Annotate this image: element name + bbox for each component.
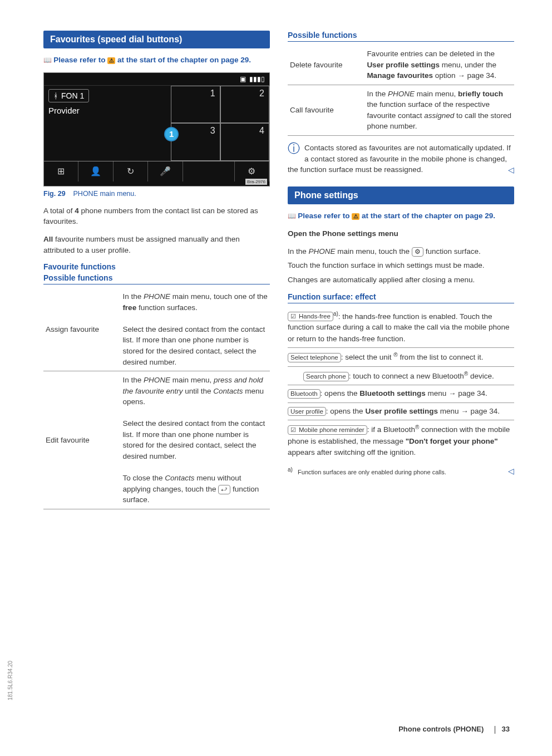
handsfree-button[interactable]: Hands-free xyxy=(288,312,333,321)
speed-dial-grid: 1 2 3 4 xyxy=(171,86,269,161)
callout-1: 1 xyxy=(164,127,179,141)
refer-prefix: Please refer to xyxy=(298,212,352,220)
figure-phone-menu: ▣ ▮▮▮▯ ᚼ FON 1 Provider 1 1 2 3 4 xyxy=(43,72,270,186)
surface-row-handsfree: Hands-freea): the hands-free function is… xyxy=(288,307,514,348)
info-text: Contacts stored as favourites are not au… xyxy=(288,144,511,174)
fig-num: Fig. 29 xyxy=(43,190,66,198)
refer-suffix: at the start of the chapter on page 29. xyxy=(117,56,251,64)
left-column: Favourites (speed dial buttons) Please r… xyxy=(43,31,270,509)
right-column: Possible functions Delete favourite Favo… xyxy=(288,31,514,509)
end-mark-icon: ◁ xyxy=(508,467,514,475)
surface-text: : opens the Bluetooth settings menu → pa… xyxy=(321,389,487,397)
book-icon xyxy=(43,56,53,64)
speed-dial-4[interactable]: 4 xyxy=(220,123,269,161)
speed-dial-1[interactable]: 1 xyxy=(171,86,220,124)
table-row: Delete favourite Favourite entries can b… xyxy=(288,45,514,85)
page-number: 33 xyxy=(502,725,510,733)
end-mark-icon: ◁ xyxy=(508,164,514,175)
signal-icon: ▮▮▮▯ xyxy=(249,75,265,83)
figure-caption: Fig. 29 PHONE main menu. xyxy=(43,190,270,198)
user-profile-button[interactable]: User profile xyxy=(288,407,326,416)
surface-row-userprofile: User profile: opens the User profile set… xyxy=(288,403,514,420)
surface-text: : touch to connect a new Bluetooth® devi… xyxy=(349,372,494,380)
surface-text: : opens the User profile settings menu →… xyxy=(326,407,500,415)
footnote-text: Function surfaces are only enabled durin… xyxy=(298,469,446,475)
contacts-icon[interactable]: 👤 xyxy=(78,161,113,181)
page-footer: Phone controls (PHONE) 33 xyxy=(398,725,514,734)
open-step: Touch the function surface in which sett… xyxy=(288,260,514,271)
possible-functions-head-left: Possible functions xyxy=(43,273,270,284)
open-step: Changes are automatically applied after … xyxy=(288,274,514,286)
refer-suffix: at the start of the chapter on page 29. xyxy=(362,212,495,220)
calls-icon[interactable]: ↻ xyxy=(114,161,148,181)
function-surface-head: Function surface: effect xyxy=(288,292,514,303)
speed-dial-2[interactable]: 2 xyxy=(220,86,269,124)
para-total: A total of 4 phone numbers from the cont… xyxy=(43,205,270,227)
refer-prefix: Please refer to xyxy=(53,56,107,64)
row-label: Delete favourite xyxy=(288,45,364,85)
footnote: a) Function surfaces are only enabled du… xyxy=(288,467,514,475)
row-text: In the PHONE main menu, briefly touch th… xyxy=(364,85,514,135)
fig-text: PHONE main menu. xyxy=(73,190,136,198)
footnote-mark: a) xyxy=(333,311,338,317)
status-bar: ▣ ▮▮▮▯ xyxy=(44,73,269,86)
para-all: All favourite numbers must be assigned m… xyxy=(43,234,270,256)
bluetooth-button[interactable]: Bluetooth xyxy=(288,389,321,399)
favourite-functions-head: Favourite functions xyxy=(43,262,270,271)
fon-button[interactable]: ᚼ FON 1 xyxy=(48,89,89,102)
bluetooth-icon: ᚼ xyxy=(53,91,58,100)
table-row: Edit favourite In the PHONE main menu, p… xyxy=(43,371,270,509)
surface-row-bluetooth: Bluetooth: opens the Bluetooth settings … xyxy=(288,385,514,402)
fon-label: FON 1 xyxy=(61,91,84,100)
warning-icon xyxy=(352,213,359,220)
possible-functions-head-right: Possible functions xyxy=(288,31,514,42)
row-label: Edit favourite xyxy=(43,371,120,509)
refer-note-right: Please refer to at the start of the chap… xyxy=(288,211,514,222)
voice-icon[interactable]: 🎤 xyxy=(148,161,183,181)
section-header-favourites: Favourites (speed dial buttons) xyxy=(43,31,270,48)
document-code: 181.5L6.R34.20 xyxy=(7,661,13,700)
warning-icon xyxy=(107,57,115,64)
surface-row-search: Search phone: touch to connect a new Blu… xyxy=(288,367,514,386)
functions-table-left: Assign favourite In the PHONE main menu,… xyxy=(43,288,270,509)
row-label: Call favourite xyxy=(288,85,364,135)
row-text: Favourite entries can be deleted in the … xyxy=(364,45,514,85)
footer-title: Phone controls (PHONE) xyxy=(398,725,484,733)
speed-dial-3[interactable]: 3 xyxy=(171,123,220,161)
surface-row-select: Select telephone: select the unit ® from… xyxy=(288,348,514,367)
functions-table-right: Delete favourite Favourite entries can b… xyxy=(288,45,514,136)
bottom-toolbar: ⊞ 👤 ↻ 🎤 ⚙ xyxy=(44,161,269,181)
book-icon xyxy=(288,212,298,220)
open-step: In the PHONE main menu, touch the ⚙ func… xyxy=(288,246,514,257)
gear-icon: ⚙ xyxy=(412,247,423,257)
table-row: Assign favourite In the PHONE main menu,… xyxy=(43,288,270,371)
refer-note-left: Please refer to at the start of the chap… xyxy=(43,55,270,66)
info-note: ⓘ Contacts stored as favourites are not … xyxy=(288,143,514,175)
surface-text: : select the unit ® from the list to con… xyxy=(341,353,484,361)
open-menu-head: Open the Phone settings menu xyxy=(288,228,514,239)
section-header-phone-settings: Phone settings xyxy=(288,186,514,204)
info-icon: ⓘ xyxy=(288,143,300,155)
row-label: Assign favourite xyxy=(43,288,120,371)
search-phone-button[interactable]: Search phone xyxy=(303,372,349,381)
reminder-button[interactable]: Mobile phone reminder xyxy=(288,425,367,435)
battery-icon: ▣ xyxy=(240,75,246,83)
bra-label: Bra-2976 xyxy=(245,179,267,185)
footnote-mark: a) xyxy=(288,467,293,473)
provider-label: Provider xyxy=(48,106,166,115)
back-icon: ⮐ xyxy=(218,485,230,494)
row-text: In the PHONE main menu, touch one of the… xyxy=(120,288,270,371)
table-row: Call favourite In the PHONE main menu, b… xyxy=(288,85,514,135)
select-telephone-button[interactable]: Select telephone xyxy=(288,353,341,362)
row-text: In the PHONE main menu, press and hold t… xyxy=(120,371,270,509)
surface-row-reminder: Mobile phone reminder: if a Bluetooth® c… xyxy=(288,420,514,461)
dialpad-icon[interactable]: ⊞ xyxy=(44,161,78,181)
